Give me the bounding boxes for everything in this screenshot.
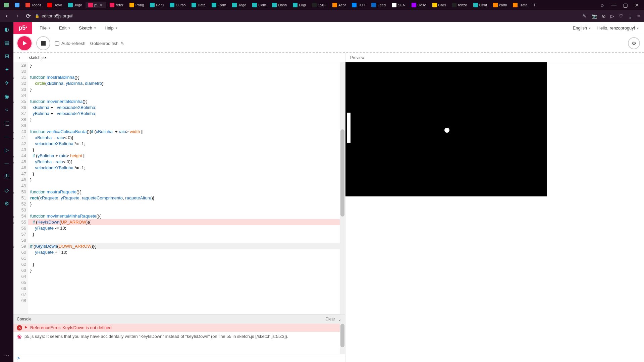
code-line[interactable] — [28, 298, 345, 304]
code-line[interactable]: if (yBolinha + raio> height || — [28, 153, 345, 159]
menu-icon[interactable]: ≡ — [637, 13, 640, 19]
browser-tab[interactable]: renzo — [449, 2, 470, 8]
p5-logo[interactable]: p5* — [13, 22, 32, 34]
code-line[interactable] — [28, 286, 345, 292]
minimize-icon[interactable]: — — [611, 2, 616, 8]
code-line[interactable] — [28, 274, 345, 280]
browser-tab[interactable]: SEN — [389, 2, 408, 8]
code-line[interactable]: yBolinha += velocidadeYBolinha; — [28, 111, 345, 117]
code-line[interactable]: yBolinha - raio< 0){ — [28, 159, 345, 165]
sidebar-icon[interactable]: ⊞ — [3, 52, 10, 60]
menu-sketch[interactable]: Sketch ▼ — [75, 23, 101, 33]
browser-tab[interactable]: 150+ — [309, 2, 329, 8]
code-line[interactable]: yRaquete += 10; — [28, 249, 345, 255]
sidebar-icon[interactable]: ⬚ — [3, 119, 10, 127]
code-line[interactable] — [28, 280, 345, 286]
browser-tab[interactable] — [12, 2, 22, 8]
browser-tab[interactable]: Data — [189, 2, 208, 8]
code-line[interactable]: circle(xBolinha, yBolinha, diametro); — [28, 80, 345, 86]
menu-help[interactable]: Help ▼ — [101, 23, 122, 33]
maximize-icon[interactable]: ▢ — [623, 2, 628, 8]
browser-tab[interactable]: Jogo — [65, 2, 85, 8]
sidebar-icon[interactable]: ◇ — [3, 186, 10, 194]
browser-tab[interactable]: Trata — [510, 2, 530, 8]
new-tab-button[interactable]: + — [531, 2, 538, 8]
search-icon[interactable]: ⌕ — [600, 2, 605, 8]
file-tab[interactable]: sketch.js● — [24, 53, 51, 62]
browser-tab[interactable]: Cael — [430, 2, 449, 8]
code-line[interactable]: function verificaColisaoBorda(){if (xBol… — [28, 129, 345, 135]
browser-tab[interactable]: Acor — [330, 2, 349, 8]
tab-close-button[interactable]: ✕ — [100, 3, 104, 7]
code-line[interactable]: function mostraBolinha(){ — [28, 74, 345, 80]
code-line[interactable]: velocidadeXBolinha *= -1; — [28, 141, 345, 147]
browser-tab[interactable]: Feed — [369, 2, 388, 8]
expand-icon[interactable]: ▶ — [25, 325, 28, 329]
browser-tab[interactable] — [1, 2, 11, 8]
code-line[interactable]: velocidadeYBolinha *= -1; — [28, 165, 345, 171]
language-selector[interactable]: English ▼ — [573, 25, 591, 31]
code-line[interactable] — [28, 207, 345, 213]
browser-tab[interactable]: refer — [107, 2, 126, 8]
code-line[interactable]: } — [28, 86, 345, 93]
browser-tab[interactable]: p5✕ — [86, 2, 106, 8]
camera-icon[interactable]: 📷 — [591, 13, 597, 19]
code-line[interactable]: } — [28, 201, 345, 207]
preview-canvas[interactable] — [345, 62, 547, 196]
browser-tab[interactable]: Lógi — [290, 2, 309, 8]
code-line[interactable]: } — [28, 261, 345, 267]
sketch-name[interactable]: Goldenrod fish ✎ — [90, 41, 124, 46]
code-line[interactable]: } — [28, 267, 345, 274]
heart-icon[interactable]: ♡ — [619, 13, 623, 19]
nav-forward-button[interactable]: › — [13, 12, 21, 19]
edit-icon[interactable]: ✎ — [583, 13, 587, 19]
code-line[interactable] — [28, 68, 345, 74]
browser-tab[interactable]: Com — [250, 2, 269, 8]
download-icon[interactable]: ⭳ — [628, 13, 633, 19]
sidebar-icon[interactable]: — — [3, 160, 10, 167]
sidebar-icon[interactable]: ✈ — [3, 79, 10, 86]
browser-tab[interactable]: Curso — [167, 2, 188, 8]
settings-button[interactable]: ⚙ — [628, 37, 640, 49]
sidebar-icon[interactable]: ▤ — [3, 39, 10, 46]
url-field[interactable]: 🔒 editor.p5js.org/# — [35, 13, 73, 18]
code-line[interactable]: if (KeyIsDown(UP_ARROW)){ — [28, 219, 345, 225]
code-line[interactable]: xBolinha += velocidadeXBolinha; — [28, 105, 345, 111]
console-scrollbar[interactable] — [340, 324, 345, 354]
code-line[interactable] — [28, 183, 345, 189]
code-editor[interactable]: 293031▾32333435▾3637383940▾41▾424344▾45▾… — [13, 62, 345, 314]
auto-refresh-toggle[interactable]: Auto-refresh — [55, 41, 86, 46]
close-icon[interactable]: ✕ — [634, 2, 639, 8]
sidebar-icon[interactable]: ▷ — [3, 146, 10, 154]
code-line[interactable] — [28, 292, 345, 298]
sidebar-icon[interactable]: ◐ — [3, 25, 10, 33]
tracker-icon[interactable]: ⊘ — [602, 13, 606, 19]
code-line[interactable]: if (KeyIsDown(DOWN_ARROW)){ — [28, 243, 345, 249]
auto-refresh-checkbox[interactable] — [55, 41, 59, 46]
code-line[interactable]: } — [28, 117, 345, 123]
sidebar-icon[interactable]: ✦ — [3, 66, 10, 73]
code-line[interactable] — [28, 123, 345, 129]
browser-tab[interactable]: Dese — [409, 2, 429, 8]
code-line[interactable] — [28, 255, 345, 261]
console-clear-button[interactable]: Clear — [325, 317, 335, 321]
code-line[interactable]: xBolinha - raio< 0){ — [28, 135, 345, 141]
browser-tab[interactable]: Cent — [471, 2, 490, 8]
nav-back-button[interactable]: ‹ — [3, 12, 11, 19]
browser-tab[interactable]: cartil — [490, 2, 509, 8]
sidebar-icon[interactable]: ○ — [3, 106, 10, 113]
code-line[interactable]: function mostraRaquete(){ — [28, 189, 345, 195]
console-collapse-button[interactable]: ⌄ — [338, 316, 342, 322]
code-line[interactable]: yRaquete -= 10; — [28, 225, 345, 231]
code-line[interactable]: function movimentaMinhaRaquete(){ — [28, 213, 345, 219]
send-icon[interactable]: ▷ — [610, 13, 614, 19]
sidebar-icon[interactable]: — — [3, 133, 10, 140]
code-line[interactable]: function movimentaBolinha(){ — [28, 99, 345, 105]
browser-tab[interactable]: Devo — [45, 2, 65, 8]
code-line[interactable] — [28, 93, 345, 99]
code-line[interactable] — [28, 237, 345, 243]
browser-tab[interactable]: TOT — [349, 2, 368, 8]
browser-tab[interactable]: Fóru — [147, 2, 166, 8]
sidebar-more-icon[interactable]: ⋯ — [3, 351, 10, 359]
code-line[interactable]: rect(xRaquete, yRaquete, raqueteComprime… — [28, 195, 345, 201]
